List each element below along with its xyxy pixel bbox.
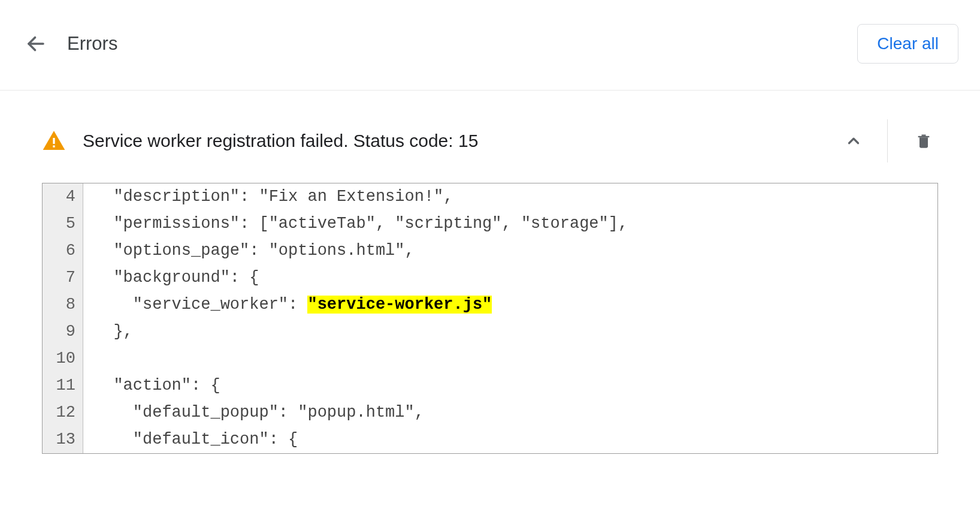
code-content bbox=[83, 345, 94, 372]
line-number: 9 bbox=[43, 318, 83, 345]
error-message: Service worker registration failed. Stat… bbox=[83, 131, 839, 151]
error-header-row: Service worker registration failed. Stat… bbox=[42, 109, 938, 179]
code-content: "options_page": "options.html", bbox=[83, 237, 415, 264]
code-line: 11 "action": { bbox=[43, 372, 937, 399]
code-content: }, bbox=[83, 318, 133, 345]
chevron-up-icon bbox=[845, 132, 863, 150]
vertical-divider bbox=[887, 119, 888, 162]
code-line: 4 "description": "Fix an Extension!", bbox=[43, 183, 937, 210]
code-content: "default_icon": { bbox=[83, 426, 298, 453]
line-number: 4 bbox=[43, 183, 83, 210]
code-token: }, bbox=[94, 323, 133, 341]
delete-error-button[interactable] bbox=[909, 127, 938, 155]
code-content: "background": { bbox=[83, 264, 259, 291]
line-number: 11 bbox=[43, 372, 83, 399]
code-content: "action": { bbox=[83, 372, 220, 399]
arrow-left-icon bbox=[25, 33, 47, 55]
code-content: "service_worker": "service-worker.js" bbox=[83, 291, 492, 318]
line-number: 6 bbox=[43, 237, 83, 264]
code-line: 12 "default_popup": "popup.html", bbox=[43, 399, 937, 426]
code-token: "background": { bbox=[94, 269, 259, 287]
clear-all-button[interactable]: Clear all bbox=[857, 24, 958, 64]
errors-page: Errors Clear all Service worker registra… bbox=[0, 0, 980, 478]
code-token: "description": "Fix an Extension!", bbox=[94, 188, 453, 206]
code-content: "default_popup": "popup.html", bbox=[83, 399, 424, 426]
code-line: 6 "options_page": "options.html", bbox=[43, 237, 937, 264]
svg-rect-1 bbox=[53, 138, 55, 144]
page-header: Errors Clear all bbox=[0, 0, 980, 91]
code-line: 9 }, bbox=[43, 318, 937, 345]
line-number: 12 bbox=[43, 399, 83, 426]
code-token: "default_icon": { bbox=[94, 430, 298, 448]
collapse-button[interactable] bbox=[839, 127, 868, 155]
trash-icon bbox=[915, 132, 932, 149]
line-number: 13 bbox=[43, 426, 83, 453]
code-line: 7 "background": { bbox=[43, 264, 937, 291]
line-number: 8 bbox=[43, 291, 83, 318]
highlighted-token: "service-worker.js" bbox=[307, 296, 492, 314]
code-snippet: 4 "description": "Fix an Extension!",5 "… bbox=[42, 183, 938, 454]
code-token: "service_worker": bbox=[94, 296, 307, 314]
code-token: "action": { bbox=[94, 377, 220, 394]
line-number: 5 bbox=[43, 210, 83, 237]
back-button[interactable] bbox=[22, 29, 50, 58]
code-token: "options_page": "options.html", bbox=[94, 242, 415, 260]
code-content: "description": "Fix an Extension!", bbox=[83, 183, 453, 210]
line-number: 7 bbox=[43, 264, 83, 291]
warning-icon bbox=[42, 129, 66, 153]
code-content: "permissions": ["activeTab", "scripting"… bbox=[83, 210, 628, 237]
code-token: "permissions": ["activeTab", "scripting"… bbox=[94, 215, 628, 233]
svg-rect-2 bbox=[53, 146, 55, 147]
code-line: 8 "service_worker": "service-worker.js" bbox=[43, 291, 937, 318]
line-number: 10 bbox=[43, 345, 83, 372]
code-line: 13 "default_icon": { bbox=[43, 426, 937, 453]
code-line: 10 bbox=[43, 345, 937, 372]
error-section: Service worker registration failed. Stat… bbox=[0, 109, 980, 454]
page-title: Errors bbox=[67, 33, 857, 55]
code-token: "default_popup": "popup.html", bbox=[94, 403, 424, 421]
code-line: 5 "permissions": ["activeTab", "scriptin… bbox=[43, 210, 937, 237]
